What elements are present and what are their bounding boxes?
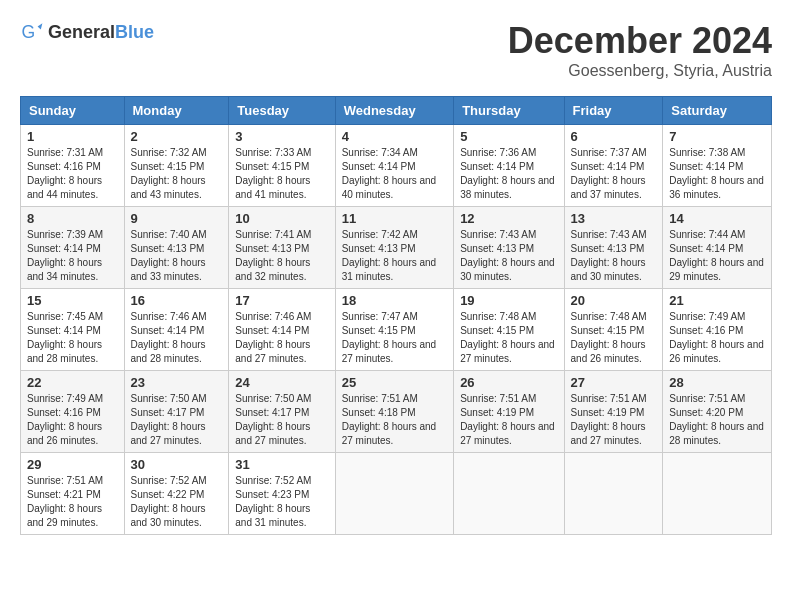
- calendar-day-cell: 14 Sunrise: 7:44 AMSunset: 4:14 PMDaylig…: [663, 207, 772, 289]
- day-number: 7: [669, 129, 765, 144]
- calendar-day-cell: 20 Sunrise: 7:48 AMSunset: 4:15 PMDaylig…: [564, 289, 663, 371]
- day-number: 14: [669, 211, 765, 226]
- day-info: Sunrise: 7:51 AMSunset: 4:20 PMDaylight:…: [669, 393, 764, 446]
- day-number: 10: [235, 211, 328, 226]
- day-info: Sunrise: 7:45 AMSunset: 4:14 PMDaylight:…: [27, 311, 103, 364]
- day-number: 17: [235, 293, 328, 308]
- day-info: Sunrise: 7:32 AMSunset: 4:15 PMDaylight:…: [131, 147, 207, 200]
- calendar-day-cell: 19 Sunrise: 7:48 AMSunset: 4:15 PMDaylig…: [454, 289, 564, 371]
- day-number: 21: [669, 293, 765, 308]
- day-info: Sunrise: 7:49 AMSunset: 4:16 PMDaylight:…: [669, 311, 764, 364]
- calendar-week-row: 1 Sunrise: 7:31 AMSunset: 4:16 PMDayligh…: [21, 125, 772, 207]
- calendar-day-cell: 7 Sunrise: 7:38 AMSunset: 4:14 PMDayligh…: [663, 125, 772, 207]
- day-info: Sunrise: 7:42 AMSunset: 4:13 PMDaylight:…: [342, 229, 437, 282]
- calendar-table: SundayMondayTuesdayWednesdayThursdayFrid…: [20, 96, 772, 535]
- calendar-day-cell: 12 Sunrise: 7:43 AMSunset: 4:13 PMDaylig…: [454, 207, 564, 289]
- calendar-day-cell: [663, 453, 772, 535]
- day-info: Sunrise: 7:50 AMSunset: 4:17 PMDaylight:…: [131, 393, 207, 446]
- calendar-day-cell: 25 Sunrise: 7:51 AMSunset: 4:18 PMDaylig…: [335, 371, 453, 453]
- day-number: 9: [131, 211, 223, 226]
- calendar-day-cell: 17 Sunrise: 7:46 AMSunset: 4:14 PMDaylig…: [229, 289, 335, 371]
- day-number: 19: [460, 293, 557, 308]
- day-info: Sunrise: 7:31 AMSunset: 4:16 PMDaylight:…: [27, 147, 103, 200]
- calendar-day-cell: 23 Sunrise: 7:50 AMSunset: 4:17 PMDaylig…: [124, 371, 229, 453]
- calendar-day-cell: 15 Sunrise: 7:45 AMSunset: 4:14 PMDaylig…: [21, 289, 125, 371]
- calendar-day-cell: 27 Sunrise: 7:51 AMSunset: 4:19 PMDaylig…: [564, 371, 663, 453]
- calendar-day-cell: 18 Sunrise: 7:47 AMSunset: 4:15 PMDaylig…: [335, 289, 453, 371]
- day-info: Sunrise: 7:52 AMSunset: 4:22 PMDaylight:…: [131, 475, 207, 528]
- day-number: 30: [131, 457, 223, 472]
- calendar-day-cell: 16 Sunrise: 7:46 AMSunset: 4:14 PMDaylig…: [124, 289, 229, 371]
- logo-icon: G: [20, 20, 44, 44]
- calendar-week-row: 15 Sunrise: 7:45 AMSunset: 4:14 PMDaylig…: [21, 289, 772, 371]
- calendar-day-cell: 10 Sunrise: 7:41 AMSunset: 4:13 PMDaylig…: [229, 207, 335, 289]
- day-number: 11: [342, 211, 447, 226]
- day-number: 16: [131, 293, 223, 308]
- day-info: Sunrise: 7:38 AMSunset: 4:14 PMDaylight:…: [669, 147, 764, 200]
- day-number: 1: [27, 129, 118, 144]
- logo: G GeneralBlue: [20, 20, 154, 44]
- weekday-header: Wednesday: [335, 97, 453, 125]
- day-number: 25: [342, 375, 447, 390]
- day-info: Sunrise: 7:52 AMSunset: 4:23 PMDaylight:…: [235, 475, 311, 528]
- day-info: Sunrise: 7:46 AMSunset: 4:14 PMDaylight:…: [235, 311, 311, 364]
- day-number: 8: [27, 211, 118, 226]
- day-number: 29: [27, 457, 118, 472]
- calendar-day-cell: 4 Sunrise: 7:34 AMSunset: 4:14 PMDayligh…: [335, 125, 453, 207]
- calendar-day-cell: [564, 453, 663, 535]
- day-info: Sunrise: 7:39 AMSunset: 4:14 PMDaylight:…: [27, 229, 103, 282]
- day-info: Sunrise: 7:51 AMSunset: 4:18 PMDaylight:…: [342, 393, 437, 446]
- title-section: December 2024 Goessenberg, Styria, Austr…: [508, 20, 772, 80]
- day-info: Sunrise: 7:37 AMSunset: 4:14 PMDaylight:…: [571, 147, 647, 200]
- day-number: 12: [460, 211, 557, 226]
- day-number: 3: [235, 129, 328, 144]
- day-info: Sunrise: 7:41 AMSunset: 4:13 PMDaylight:…: [235, 229, 311, 282]
- day-info: Sunrise: 7:43 AMSunset: 4:13 PMDaylight:…: [460, 229, 555, 282]
- day-number: 4: [342, 129, 447, 144]
- day-info: Sunrise: 7:49 AMSunset: 4:16 PMDaylight:…: [27, 393, 103, 446]
- weekday-header: Saturday: [663, 97, 772, 125]
- month-title: December 2024: [508, 20, 772, 62]
- day-number: 5: [460, 129, 557, 144]
- calendar-day-cell: 5 Sunrise: 7:36 AMSunset: 4:14 PMDayligh…: [454, 125, 564, 207]
- weekday-header: Tuesday: [229, 97, 335, 125]
- calendar-day-cell: [335, 453, 453, 535]
- day-number: 28: [669, 375, 765, 390]
- day-number: 24: [235, 375, 328, 390]
- day-number: 27: [571, 375, 657, 390]
- day-number: 13: [571, 211, 657, 226]
- calendar-day-cell: 8 Sunrise: 7:39 AMSunset: 4:14 PMDayligh…: [21, 207, 125, 289]
- logo-text-blue: Blue: [115, 22, 154, 42]
- day-info: Sunrise: 7:51 AMSunset: 4:19 PMDaylight:…: [571, 393, 647, 446]
- day-number: 31: [235, 457, 328, 472]
- day-info: Sunrise: 7:50 AMSunset: 4:17 PMDaylight:…: [235, 393, 311, 446]
- calendar-day-cell: 24 Sunrise: 7:50 AMSunset: 4:17 PMDaylig…: [229, 371, 335, 453]
- page-header: G GeneralBlue December 2024 Goessenberg,…: [20, 20, 772, 80]
- logo-text-general: General: [48, 22, 115, 42]
- day-info: Sunrise: 7:36 AMSunset: 4:14 PMDaylight:…: [460, 147, 555, 200]
- day-number: 23: [131, 375, 223, 390]
- day-info: Sunrise: 7:40 AMSunset: 4:13 PMDaylight:…: [131, 229, 207, 282]
- day-info: Sunrise: 7:34 AMSunset: 4:14 PMDaylight:…: [342, 147, 437, 200]
- calendar-day-cell: 21 Sunrise: 7:49 AMSunset: 4:16 PMDaylig…: [663, 289, 772, 371]
- day-number: 20: [571, 293, 657, 308]
- calendar-week-row: 22 Sunrise: 7:49 AMSunset: 4:16 PMDaylig…: [21, 371, 772, 453]
- weekday-header: Friday: [564, 97, 663, 125]
- day-info: Sunrise: 7:51 AMSunset: 4:19 PMDaylight:…: [460, 393, 555, 446]
- calendar-day-cell: [454, 453, 564, 535]
- calendar-day-cell: 2 Sunrise: 7:32 AMSunset: 4:15 PMDayligh…: [124, 125, 229, 207]
- day-number: 6: [571, 129, 657, 144]
- day-info: Sunrise: 7:48 AMSunset: 4:15 PMDaylight:…: [460, 311, 555, 364]
- day-info: Sunrise: 7:43 AMSunset: 4:13 PMDaylight:…: [571, 229, 647, 282]
- svg-text:G: G: [22, 22, 36, 42]
- calendar-day-cell: 26 Sunrise: 7:51 AMSunset: 4:19 PMDaylig…: [454, 371, 564, 453]
- calendar-day-cell: 28 Sunrise: 7:51 AMSunset: 4:20 PMDaylig…: [663, 371, 772, 453]
- calendar-week-row: 29 Sunrise: 7:51 AMSunset: 4:21 PMDaylig…: [21, 453, 772, 535]
- day-info: Sunrise: 7:51 AMSunset: 4:21 PMDaylight:…: [27, 475, 103, 528]
- calendar-day-cell: 30 Sunrise: 7:52 AMSunset: 4:22 PMDaylig…: [124, 453, 229, 535]
- day-info: Sunrise: 7:44 AMSunset: 4:14 PMDaylight:…: [669, 229, 764, 282]
- calendar-day-cell: 3 Sunrise: 7:33 AMSunset: 4:15 PMDayligh…: [229, 125, 335, 207]
- calendar-day-cell: 1 Sunrise: 7:31 AMSunset: 4:16 PMDayligh…: [21, 125, 125, 207]
- location-title: Goessenberg, Styria, Austria: [508, 62, 772, 80]
- calendar-day-cell: 22 Sunrise: 7:49 AMSunset: 4:16 PMDaylig…: [21, 371, 125, 453]
